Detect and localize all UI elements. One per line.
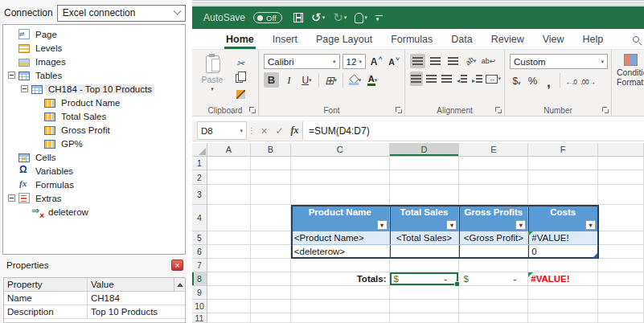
row-header-3[interactable]: 3 bbox=[192, 185, 207, 205]
center-button[interactable] bbox=[425, 72, 438, 86]
column-header-C[interactable]: C bbox=[291, 143, 390, 157]
cell-B10[interactable] bbox=[251, 300, 291, 313]
cell-F10[interactable] bbox=[528, 300, 598, 313]
cell-E1[interactable] bbox=[459, 157, 528, 170]
top-align-button[interactable] bbox=[410, 54, 425, 68]
cell-F8[interactable]: #VALUE! bbox=[528, 272, 598, 286]
cell-B7[interactable] bbox=[251, 259, 291, 272]
paste-button[interactable]: Paste bbox=[197, 54, 228, 104]
cell-E7[interactable] bbox=[459, 259, 528, 272]
row-header-2[interactable]: 2 bbox=[192, 170, 207, 185]
cell-F4[interactable]: Costs bbox=[528, 205, 598, 231]
fill-color-button[interactable] bbox=[347, 72, 363, 88]
cell-B4[interactable] bbox=[251, 205, 291, 231]
cell-E2[interactable] bbox=[459, 170, 528, 185]
cell-D6[interactable] bbox=[390, 245, 460, 259]
cell-D5[interactable]: <Total Sales> bbox=[390, 231, 460, 245]
connection-dropdown[interactable]: Excel connection bbox=[57, 5, 186, 22]
autosave-toggle[interactable]: Off bbox=[253, 12, 282, 23]
cell-B5[interactable] bbox=[251, 231, 291, 245]
tree-item[interactable]: Gross Profit bbox=[3, 123, 185, 137]
scrollbar-up-button[interactable] bbox=[174, 278, 185, 291]
tree-item[interactable]: Levels bbox=[3, 41, 185, 55]
cell-D4[interactable]: Total Sales bbox=[390, 205, 460, 231]
save-button[interactable] bbox=[290, 13, 303, 22]
wrap-text-button[interactable] bbox=[481, 54, 496, 68]
cell-A9[interactable] bbox=[207, 286, 251, 300]
cell-A3[interactable] bbox=[207, 185, 251, 205]
comma-style-button[interactable]: , bbox=[542, 72, 556, 88]
cell-G5[interactable] bbox=[598, 231, 644, 245]
increase-font-button[interactable]: A bbox=[368, 54, 384, 69]
close-icon[interactable] bbox=[171, 260, 183, 271]
row-header-4[interactable]: 4 bbox=[192, 205, 207, 231]
cell-A4[interactable] bbox=[207, 205, 251, 231]
collapse-icon[interactable] bbox=[8, 194, 15, 202]
tree-item[interactable]: Variables bbox=[3, 164, 185, 178]
cell-C10[interactable] bbox=[291, 300, 390, 313]
column-header-F[interactable]: F bbox=[528, 143, 598, 157]
cell-G10[interactable] bbox=[598, 300, 644, 313]
cell-G3[interactable] bbox=[598, 185, 644, 205]
cell-C2[interactable] bbox=[291, 170, 390, 185]
cell-B6[interactable] bbox=[251, 245, 291, 259]
cell-C6[interactable]: <deleterow> bbox=[291, 245, 390, 259]
align-right-button[interactable] bbox=[441, 72, 453, 86]
italic-button[interactable]: I bbox=[281, 72, 297, 88]
ribbon-tab[interactable]: Data bbox=[451, 29, 472, 49]
property-row[interactable]: Description Top 10 Products bbox=[4, 305, 185, 319]
cell-F3[interactable] bbox=[528, 185, 598, 205]
tree-item[interactable]: Product Name bbox=[3, 96, 185, 109]
cell-A1[interactable] bbox=[207, 157, 251, 170]
cell-F5[interactable]: #VALUE! bbox=[528, 231, 598, 245]
underline-button[interactable]: U bbox=[299, 72, 314, 88]
redo-button[interactable]: ▾ bbox=[333, 10, 347, 25]
tree-item[interactable]: CH184 - Top 10 Products bbox=[3, 82, 185, 96]
row-header-7[interactable]: 7 bbox=[192, 259, 207, 272]
cell-B1[interactable] bbox=[251, 157, 291, 170]
font-size-dropdown[interactable]: 12 bbox=[343, 54, 366, 69]
cell-A5[interactable] bbox=[207, 231, 251, 245]
cell-G1[interactable] bbox=[598, 157, 644, 170]
cell-A2[interactable] bbox=[207, 170, 251, 185]
cell-G4[interactable] bbox=[598, 205, 644, 231]
tree-item[interactable]: Tables bbox=[3, 68, 185, 82]
cell-G11[interactable] bbox=[598, 313, 644, 323]
cancel-button[interactable] bbox=[256, 121, 272, 141]
cell-D1[interactable] bbox=[390, 157, 460, 170]
bold-button[interactable]: B bbox=[264, 72, 279, 88]
cell-E6[interactable] bbox=[459, 245, 528, 259]
ribbon-tab[interactable]: Page Layout bbox=[316, 29, 372, 49]
row-header-8[interactable]: 8 bbox=[192, 272, 207, 286]
column-header-D[interactable]: D bbox=[390, 143, 460, 157]
font-color-button[interactable]: A bbox=[365, 72, 380, 88]
format-painter-button[interactable] bbox=[232, 88, 248, 101]
cell-B3[interactable] bbox=[251, 185, 291, 205]
row-header-11[interactable]: 11 bbox=[192, 313, 207, 323]
cell-G7[interactable] bbox=[598, 259, 644, 272]
cell-A10[interactable] bbox=[207, 300, 251, 313]
tree-item[interactable]: Cells bbox=[3, 150, 185, 164]
middle-align-button[interactable] bbox=[428, 54, 443, 68]
ribbon-tab[interactable]: Help bbox=[583, 29, 604, 49]
cell-F6[interactable]: 0 bbox=[528, 245, 598, 259]
cell-D3[interactable] bbox=[390, 185, 460, 205]
dialog-launcher-icon[interactable] bbox=[249, 107, 256, 114]
collapse-icon[interactable] bbox=[21, 85, 28, 92]
undo-button[interactable]: ▾ bbox=[311, 10, 325, 25]
cell-C1[interactable] bbox=[291, 157, 390, 170]
dialog-launcher-icon[interactable] bbox=[495, 107, 502, 114]
cell-C7[interactable] bbox=[291, 259, 390, 272]
row-header-6[interactable]: 6 bbox=[192, 245, 207, 259]
dialog-launcher-icon[interactable] bbox=[396, 107, 403, 114]
formula-input[interactable]: =SUM(D4:D7) bbox=[302, 121, 644, 140]
merge-center-button[interactable] bbox=[486, 72, 501, 86]
cell-E11[interactable] bbox=[459, 313, 528, 323]
cell-A11[interactable] bbox=[207, 313, 251, 323]
collapse-icon[interactable] bbox=[8, 72, 15, 79]
tree-item[interactable]: Page bbox=[3, 27, 185, 41]
column-header-B[interactable]: B bbox=[251, 143, 291, 157]
cut-button[interactable] bbox=[232, 55, 248, 69]
decrease-indent-button[interactable] bbox=[456, 72, 469, 86]
cell-C4[interactable]: Product Name bbox=[291, 205, 390, 231]
